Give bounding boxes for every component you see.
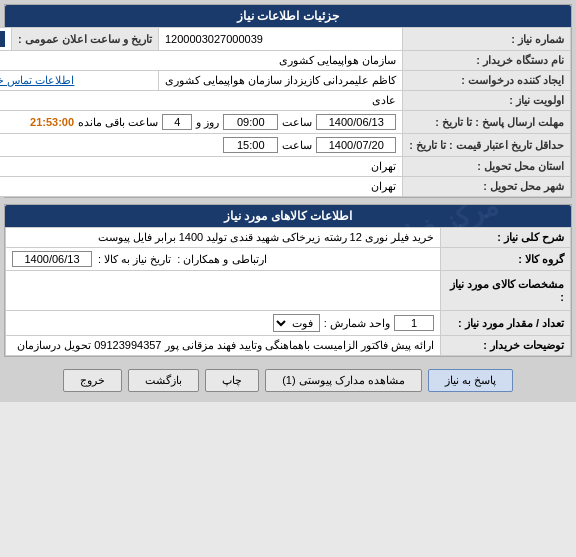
- correlation-date-label: تاریخ نیاز به کالا :: [98, 253, 171, 266]
- action-time-input[interactable]: [223, 137, 278, 153]
- action-date-input[interactable]: [316, 137, 396, 153]
- action-time-label: ساعت: [282, 139, 312, 152]
- send-time-input[interactable]: [223, 114, 278, 130]
- group-value: ارتباطی و همکاران : تاریخ نیاز به کالا :: [6, 248, 441, 271]
- send-date-cell: ساعت روز و ساعت باقی مانده 21:53:00: [0, 111, 403, 134]
- button-row: پاسخ به نیاز مشاهده مدارک پیوستی (1) چاپ…: [4, 363, 572, 398]
- send-time-label: ساعت: [282, 116, 312, 129]
- buyer-label: نام دستگاه خریدار :: [403, 51, 571, 71]
- bottom-section-header: اطلاعات کالاهای مورد نیاز: [5, 205, 571, 227]
- correlation-label: ارتباطی و همکاران :: [177, 253, 266, 266]
- tender-number-value: 1200003027000039: [158, 28, 402, 51]
- table-row: استان محل تحویل : تهران: [0, 157, 571, 177]
- exit-button[interactable]: خروج: [63, 369, 122, 392]
- table-row: تعداد / مقدار مورد نیاز : واحد شمارش : ف…: [6, 311, 571, 336]
- table-row: مهلت ارسال پاسخ : تا تاریخ : ساعت روز و …: [0, 111, 571, 134]
- goods-table: شرح کلی نیاز : خرید فیلر نوری 12 رشته زی…: [5, 227, 571, 356]
- remaining-label: ساعت باقی مانده: [78, 116, 158, 129]
- table-row: شرح کلی نیاز : خرید فیلر نوری 12 رشته زی…: [6, 228, 571, 248]
- bottom-info-card: اطلاعات کالاهای مورد نیاز مرکز فناوری اط…: [4, 204, 572, 357]
- province-label: استان محل تحویل :: [403, 157, 571, 177]
- top-section-header: جزئیات اطلاعات نیاز: [5, 5, 571, 27]
- specs-label: مشخصات کالای مورد نیاز :: [441, 271, 571, 311]
- top-info-table: شماره نیاز : 1200003027000039 تاریخ و سا…: [0, 27, 571, 197]
- send-date-input[interactable]: [316, 114, 396, 130]
- priority-value: عادی: [0, 91, 403, 111]
- correlation-date-input[interactable]: [12, 251, 92, 267]
- issuer-value: کاظم علیمردانی کازیزداز سازمان هواپیمایی…: [158, 71, 402, 91]
- view-docs-button[interactable]: مشاهده مدارک پیوستی (1): [265, 369, 422, 392]
- notes-label: توضیحات خریدار :: [441, 336, 571, 356]
- priority-label: اولویت نیاز :: [403, 91, 571, 111]
- table-row: نام دستگاه خریدار : سازمان هواپیمایی کشو…: [0, 51, 571, 71]
- tender-number-label: شماره نیاز :: [403, 28, 571, 51]
- table-row: مشخصات کالای مورد نیاز :: [6, 271, 571, 311]
- top-info-card: جزئیات اطلاعات نیاز شماره نیاز : 1200003…: [4, 4, 572, 198]
- qty-row: واحد شمارش : فوت: [12, 314, 434, 332]
- print-button[interactable]: چاپ: [205, 369, 259, 392]
- buyer-value: سازمان هواپیمایی کشوری: [0, 51, 403, 71]
- remaining-value: 21:53:00: [30, 116, 74, 128]
- contact-link[interactable]: اطلاعات تماس خریدار: [0, 74, 74, 86]
- days-label: روز و: [196, 116, 219, 129]
- qty-unit-select[interactable]: فوت: [273, 314, 320, 332]
- city-value: تهران: [0, 177, 403, 197]
- action-date-label: حداقل تاریخ اعتبار قیمت : تا تاریخ :: [403, 134, 571, 157]
- table-row: توضیحات خریدار : ارائه پیش فاکتور الزامی…: [6, 336, 571, 356]
- group-label: گروه کالا :: [441, 248, 571, 271]
- action-date-cell: ساعت: [0, 134, 403, 157]
- table-row: حداقل تاریخ اعتبار قیمت : تا تاریخ : ساع…: [0, 134, 571, 157]
- qty-unit-label: واحد شمارش :: [324, 317, 390, 330]
- city-label: شهر محل تحویل :: [403, 177, 571, 197]
- send-time-row: ساعت روز و ساعت باقی مانده 21:53:00: [0, 114, 396, 130]
- table-row: اولویت نیاز : عادی: [0, 91, 571, 111]
- table-row: شماره نیاز : 1200003027000039 تاریخ و سا…: [0, 28, 571, 51]
- action-time-row: ساعت: [0, 137, 396, 153]
- province-value: تهران: [0, 157, 403, 177]
- table-row: ایجاد کننده درخواست : کاظم علیمردانی کاز…: [0, 71, 571, 91]
- table-row: شهر محل تحویل : تهران: [0, 177, 571, 197]
- back-button[interactable]: بازگشت: [128, 369, 199, 392]
- qty-input[interactable]: [394, 315, 434, 331]
- notes-value: ارائه پیش فاکتور الزامیست باهماهنگی وتای…: [6, 336, 441, 356]
- qty-cell: واحد شمارش : فوت: [6, 311, 441, 336]
- table-row: گروه کالا : ارتباطی و همکاران : تاریخ نی…: [6, 248, 571, 271]
- specs-value: [6, 271, 441, 311]
- date-value: 1400/06/08 - 10:47: [0, 28, 12, 51]
- date-input: 1400/06/08 - 10:47: [0, 31, 5, 47]
- days-input[interactable]: [162, 114, 192, 130]
- issuer-label: ایجاد کننده درخواست :: [403, 71, 571, 91]
- description-value: خرید فیلر نوری 12 رشته زیرخاکی شهید قندی…: [6, 228, 441, 248]
- qty-label: تعداد / مقدار مورد نیاز :: [441, 311, 571, 336]
- reply-button[interactable]: پاسخ به نیاز: [428, 369, 513, 392]
- date-label: تاریخ و ساعت اعلان عمومی :: [12, 28, 159, 51]
- description-label: شرح کلی نیاز :: [441, 228, 571, 248]
- send-date-label: مهلت ارسال پاسخ : تا تاریخ :: [403, 111, 571, 134]
- page-wrapper: جزئیات اطلاعات نیاز شماره نیاز : 1200003…: [0, 0, 576, 402]
